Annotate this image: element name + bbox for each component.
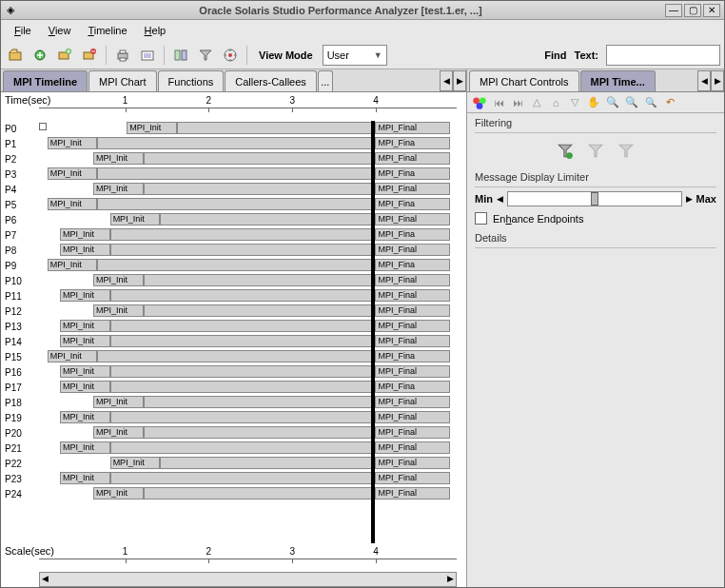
mpi-final-bar[interactable]: MPI_Final <box>375 213 450 225</box>
mpi-init-bar[interactable]: MPI_Init <box>48 350 98 363</box>
first-icon[interactable]: ⏮ <box>490 94 507 111</box>
process-track[interactable]: MPI_InitMPI_Fina <box>39 197 457 212</box>
mpi-body-bar[interactable] <box>160 457 373 469</box>
mpi-body-bar[interactable] <box>144 426 373 439</box>
tab-scroll-left[interactable]: ◀ <box>440 70 453 91</box>
slider-right-icon[interactable]: ▶ <box>686 194 693 204</box>
mpi-init-bar[interactable]: MPI_Init <box>110 213 161 225</box>
mpi-body-bar[interactable] <box>177 122 373 134</box>
mpi-body-bar[interactable] <box>144 152 373 165</box>
mpi-final-bar[interactable]: MPI_Final <box>375 183 450 195</box>
menu-file[interactable]: File <box>7 22 39 39</box>
process-track[interactable]: MPI_InitMPI_Final <box>39 441 457 456</box>
tab-overflow[interactable]: ... <box>318 70 333 91</box>
mpi-final-bar[interactable]: MPI_Final <box>375 244 450 256</box>
mpi-init-bar[interactable]: MPI_Init <box>60 289 110 302</box>
msg-limiter-slider[interactable] <box>507 191 682 206</box>
drop-experiment-icon[interactable] <box>79 45 100 66</box>
filter-icon[interactable] <box>195 45 216 66</box>
mpi-init-bar[interactable]: MPI_Init <box>110 457 161 469</box>
mpi-body-bar[interactable] <box>97 167 373 180</box>
mpi-init-bar[interactable]: MPI_Init <box>60 365 110 378</box>
process-track[interactable]: MPI_InitMPI_Final <box>39 151 457 167</box>
process-track[interactable]: MPI_InitMPI_Fina <box>39 380 457 395</box>
close-button[interactable]: ✕ <box>703 4 720 17</box>
mpi-final-bar[interactable]: MPI_Final <box>375 122 450 134</box>
mpi-body-bar[interactable] <box>97 259 373 271</box>
process-track[interactable]: MPI_InitMPI_Final <box>39 212 457 227</box>
process-track[interactable]: MPI_InitMPI_Final <box>39 182 457 197</box>
home-icon[interactable]: ⌂ <box>547 94 564 111</box>
process-track[interactable]: MPI_InitMPI_Fina <box>39 258 457 273</box>
mpi-init-bar[interactable]: MPI_Init <box>127 122 177 134</box>
zoom-reset-icon[interactable]: 🔍 <box>642 94 659 111</box>
mpi-final-bar[interactable]: MPI_Final <box>375 152 450 165</box>
process-track[interactable]: MPI_InitMPI_Final <box>39 273 457 288</box>
mpi-init-bar[interactable]: MPI_Init <box>60 244 110 256</box>
mpi-init-bar[interactable]: MPI_Init <box>93 304 144 317</box>
process-track[interactable]: MPI_InitMPI_Final <box>39 364 457 380</box>
process-track[interactable]: MPI_InitMPI_Final <box>39 319 457 334</box>
mpi-body-bar[interactable] <box>97 350 373 363</box>
color-icon[interactable] <box>471 94 488 111</box>
mpi-body-bar[interactable] <box>160 213 373 225</box>
process-track[interactable]: MPI_InitMPI_Final <box>39 288 457 304</box>
mpi-final-bar[interactable]: MPI_Final <box>375 396 450 408</box>
mpi-final-bar[interactable]: MPI_Final <box>375 274 450 286</box>
process-track[interactable]: MPI_InitMPI_Fina <box>39 136 457 151</box>
viewmode-select[interactable]: User <box>323 45 387 66</box>
process-track[interactable]: MPI_InitMPI_Final <box>39 395 457 410</box>
tab-mpi-timeline[interactable]: MPI Timeline <box>3 70 88 91</box>
find-input[interactable] <box>606 45 720 66</box>
mpi-body-bar[interactable] <box>144 183 373 195</box>
process-track[interactable]: MPI_InitMPI_Final <box>39 425 457 441</box>
collect-experiment-icon[interactable] <box>29 45 50 66</box>
mpi-body-bar[interactable] <box>110 335 374 347</box>
mpi-body-bar[interactable] <box>144 396 373 408</box>
process-track[interactable]: MPI_InitMPI_Final <box>39 486 457 501</box>
tab-mpi-timeline-controls[interactable]: MPI Time... <box>580 70 656 91</box>
enhance-endpoints-checkbox[interactable] <box>475 212 487 225</box>
mpi-final-bar[interactable]: MPI_Final <box>375 365 450 378</box>
mpi-init-bar[interactable]: MPI_Init <box>60 320 110 332</box>
mpi-body-bar[interactable] <box>110 320 374 332</box>
mpi-body-bar[interactable] <box>110 381 374 393</box>
mpi-final-bar[interactable]: MPI_Fina <box>375 228 450 241</box>
horizontal-scrollbar[interactable]: ◀ ▶ <box>39 572 457 587</box>
mpi-final-bar[interactable]: MPI_Fina <box>375 259 450 271</box>
print-icon[interactable] <box>112 45 133 66</box>
zoom-in-icon[interactable]: 🔍 <box>604 94 621 111</box>
filter-add-icon[interactable] <box>557 143 574 160</box>
slider-left-icon[interactable]: ◀ <box>497 194 503 204</box>
process-track[interactable]: MPI_InitMPI_Final <box>39 410 457 425</box>
minimize-button[interactable]: — <box>665 4 682 17</box>
mpi-body-bar[interactable] <box>110 228 374 241</box>
next-icon[interactable]: ⏭ <box>509 94 526 111</box>
process-track[interactable]: MPI_InitMPI_Final <box>39 121 457 136</box>
mpi-final-bar[interactable]: MPI_Fina <box>375 350 450 363</box>
mpi-init-bar[interactable]: MPI_Init <box>93 274 144 286</box>
process-track[interactable]: MPI_InitMPI_Final <box>39 471 457 486</box>
mpi-init-bar[interactable]: MPI_Init <box>93 487 144 500</box>
mpi-init-bar[interactable]: MPI_Init <box>93 396 144 408</box>
mpi-final-bar[interactable]: MPI_Final <box>375 411 450 423</box>
process-track[interactable]: MPI_InitMPI_Fina <box>39 227 457 243</box>
mpi-final-bar[interactable]: MPI_Final <box>375 320 450 332</box>
mpi-body-bar[interactable] <box>144 274 373 286</box>
add-experiment-icon[interactable] <box>54 45 75 66</box>
mpi-init-bar[interactable]: MPI_Init <box>48 259 98 271</box>
mpi-body-bar[interactable] <box>97 198 373 210</box>
mpi-body-bar[interactable] <box>97 137 373 149</box>
mpi-init-bar[interactable]: MPI_Init <box>48 137 98 149</box>
process-track[interactable]: MPI_InitMPI_Final <box>39 243 457 258</box>
menu-view[interactable]: View <box>41 22 79 39</box>
menu-timeline[interactable]: Timeline <box>80 22 134 39</box>
mpi-init-bar[interactable]: MPI_Init <box>93 183 144 195</box>
mpi-final-bar[interactable]: MPI_Fina <box>375 381 450 393</box>
right-tab-scroll-right[interactable]: ▶ <box>711 70 724 91</box>
mpi-init-bar[interactable]: MPI_Init <box>60 228 110 241</box>
mpi-body-bar[interactable] <box>144 487 373 500</box>
mpi-body-bar[interactable] <box>110 289 374 302</box>
mpi-init-bar[interactable]: MPI_Init <box>60 441 110 454</box>
mpi-final-bar[interactable]: MPI_Final <box>375 335 450 347</box>
